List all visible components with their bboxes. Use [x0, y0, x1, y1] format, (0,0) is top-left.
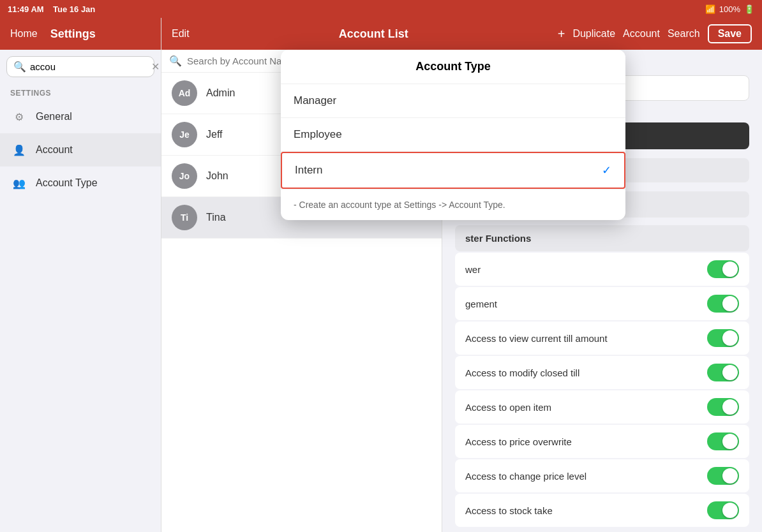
permission-label-management: gement — [465, 299, 497, 309]
toggle-power[interactable] — [707, 260, 739, 278]
permission-row-stock-take: Access to stock take — [455, 494, 749, 527]
settings-section-label: SETTINGS — [0, 84, 161, 100]
sidebar: Home Settings 🔍 ✕ SETTINGS ⚙ General 👤 A… — [0, 18, 161, 532]
permission-label-open-item: Access to open item — [465, 402, 551, 413]
edit-button[interactable]: Edit — [172, 28, 190, 40]
permission-row-open-item: Access to open item — [455, 390, 749, 424]
home-button[interactable]: Home — [10, 28, 38, 40]
permission-row-management: gement — [455, 287, 749, 320]
toggle-stock-take[interactable] — [707, 501, 739, 519]
register-functions-label: ster Functions — [465, 233, 531, 244]
sidebar-header: Home Settings — [0, 18, 161, 50]
page-title: Account List — [200, 27, 548, 41]
search-button[interactable]: Search — [668, 28, 700, 40]
checkmark-icon: ✓ — [602, 163, 611, 177]
permission-label-power: wer — [465, 264, 481, 275]
account-name-admin: Admin — [206, 87, 235, 99]
toggle-price-overwrite[interactable] — [707, 432, 739, 450]
account-name-tina: Tina — [206, 212, 226, 223]
duplicate-button[interactable]: Duplicate — [572, 28, 615, 40]
permission-label-price-overwrite: Access to price overwrite — [465, 436, 572, 447]
wifi-icon: 📶 — [705, 4, 715, 14]
account-name-john: John — [206, 170, 228, 182]
dropdown-item-intern[interactable]: Intern ✓ — [281, 152, 625, 189]
dropdown-label-employee: Employee — [294, 128, 342, 141]
sidebar-search-input[interactable] — [30, 61, 151, 72]
search-icon: 🔍 — [13, 61, 26, 73]
toggle-till-amount[interactable] — [707, 329, 739, 347]
top-nav: Edit Account List + Duplicate Account Se… — [161, 18, 762, 50]
permission-label-stock-take: Access to stock take — [465, 505, 553, 516]
sidebar-search-box[interactable]: 🔍 ✕ — [6, 56, 154, 77]
dropdown-footer: - Create an account type at Settings -> … — [281, 189, 625, 220]
dropdown-item-manager[interactable]: Manager — [281, 84, 625, 118]
avatar-tina: Ti — [172, 205, 197, 230]
account-search-icon: 🔍 — [169, 55, 182, 67]
permission-row-power: wer — [455, 253, 749, 286]
sidebar-item-account[interactable]: 👤 Account — [0, 133, 161, 166]
sidebar-item-label-account-type: Account Type — [36, 177, 98, 189]
account-icon: 👤 — [10, 141, 28, 159]
avatar-admin: Ad — [172, 80, 197, 106]
account-type-icon: 👥 — [10, 174, 28, 192]
dropdown-title: Account Type — [281, 50, 625, 84]
status-time: 11:49 AM Tue 16 Jan — [8, 4, 95, 14]
account-name-jeff: Jeff — [206, 129, 223, 140]
avatar-jeff: Je — [172, 122, 197, 147]
dropdown-label-intern: Intern — [295, 164, 322, 177]
toggle-modify-till[interactable] — [707, 364, 739, 381]
sidebar-item-label-account: Account — [36, 144, 73, 156]
status-bar: 11:49 AM Tue 16 Jan 📶 100% 🔋 — [0, 0, 762, 18]
toggle-open-item[interactable] — [707, 398, 739, 416]
avatar-john: Jo — [172, 163, 197, 189]
account-button[interactable]: Account — [623, 28, 660, 40]
dropdown-label-manager: Manager — [294, 94, 336, 107]
permission-row-price-level: Access to change price level — [455, 459, 749, 492]
permission-label-price-level: Access to change price level — [465, 471, 586, 482]
permission-label-modify-till: Access to modify closed till — [465, 367, 579, 378]
settings-title: Settings — [50, 27, 96, 41]
sidebar-item-account-type[interactable]: 👥 Account Type — [0, 166, 161, 200]
nav-actions: + Duplicate Account Search Save — [558, 24, 752, 43]
permission-row-modify-till: Access to modify closed till — [455, 356, 749, 389]
status-indicators: 📶 100% 🔋 — [705, 4, 754, 14]
permission-row-price-overwrite: Access to price overwrite — [455, 425, 749, 458]
battery-level: 100% — [719, 4, 740, 14]
dropdown-item-employee[interactable]: Employee — [281, 118, 625, 152]
register-functions-header: ster Functions — [455, 225, 749, 251]
permission-row-till-amount: Access to view current till amount — [455, 321, 749, 355]
add-button[interactable]: + — [558, 27, 565, 41]
save-button[interactable]: Save — [708, 24, 752, 43]
toggle-price-level[interactable] — [707, 467, 739, 485]
account-type-dropdown: Account Type Manager Employee Intern ✓ -… — [281, 50, 625, 220]
permission-label-till-amount: Access to view current till amount — [465, 333, 608, 344]
toggle-management[interactable] — [707, 295, 739, 313]
clear-search-icon[interactable]: ✕ — [151, 61, 160, 73]
general-icon: ⚙ — [10, 108, 28, 126]
sidebar-item-label-general: General — [36, 111, 72, 122]
sidebar-item-general[interactable]: ⚙ General — [0, 100, 161, 133]
battery-icon: 🔋 — [744, 4, 754, 14]
